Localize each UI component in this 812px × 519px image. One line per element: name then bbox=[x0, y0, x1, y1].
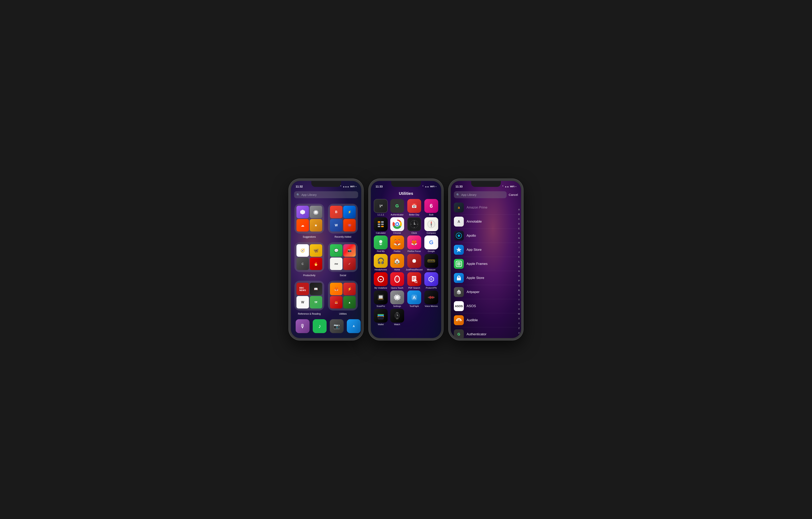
app-watch[interactable]: Watch bbox=[389, 309, 405, 326]
search-input-area[interactable]: 🔍 App Library bbox=[454, 191, 506, 198]
alpha-r[interactable]: R bbox=[518, 290, 520, 292]
alpha-p[interactable]: P bbox=[518, 280, 520, 282]
app-home[interactable]: 🏠 Home bbox=[389, 254, 405, 271]
app-chrome[interactable]: Chrome bbox=[389, 217, 405, 234]
safari-icon-folder: 🧭 bbox=[296, 244, 309, 257]
alpha-u[interactable]: U bbox=[518, 304, 520, 305]
wifi-icon-2: WiFi bbox=[430, 185, 435, 188]
alpha-h[interactable]: H bbox=[518, 242, 520, 244]
alpha-hash[interactable]: # bbox=[518, 332, 520, 334]
app-settings[interactable]: Settings bbox=[389, 291, 405, 307]
camera-app[interactable]: 📷 bbox=[330, 319, 344, 333]
alpha-t[interactable]: T bbox=[518, 299, 520, 301]
result-amazon[interactable]: a Amazon Prime bbox=[454, 200, 518, 215]
app-findmy[interactable]: Find My bbox=[373, 236, 388, 252]
result-artpaper[interactable]: Artpaper bbox=[454, 285, 518, 299]
alpha-g[interactable]: G bbox=[518, 237, 520, 239]
alpha-a[interactable]: A bbox=[518, 209, 520, 211]
app-1111[interactable]: 1⁴ 1.1.1.1 bbox=[373, 199, 388, 216]
folder-social[interactable]: 💬 📷 me ✓ Social bbox=[328, 242, 358, 277]
alpha-q[interactable]: Q bbox=[518, 285, 520, 287]
app-protonvpn[interactable]: ProtonVPN bbox=[424, 272, 439, 289]
podcasts-app[interactable]: 🎙 bbox=[296, 319, 310, 333]
svg-point-20 bbox=[414, 224, 415, 225]
app-google[interactable]: G Google bbox=[424, 236, 439, 252]
result-authenticator[interactable]: G Authenticator bbox=[454, 327, 518, 338]
firefox-icon: 🦊 bbox=[390, 236, 404, 249]
alpha-b[interactable]: B bbox=[518, 214, 520, 215]
app-myvodafone[interactable]: My Vodafone bbox=[373, 272, 388, 289]
battery-icon-2: ▪ bbox=[436, 185, 436, 188]
status-icons: ⌃ ▲▲▲ WiFi ▪ bbox=[340, 185, 356, 188]
testflight-app[interactable]: A bbox=[347, 319, 361, 333]
app-testflight[interactable]: A TestFlight bbox=[406, 291, 423, 307]
result-appleframes[interactable]: Apple Frames bbox=[454, 257, 518, 271]
news2-icon: 🦊 bbox=[330, 296, 343, 308]
app-betterday[interactable]: 📅 Better Day bbox=[406, 199, 423, 216]
search-bar[interactable]: 🔍 App Library bbox=[294, 191, 358, 198]
result-appstore[interactable]: App Store bbox=[454, 243, 518, 257]
folder-suggestions[interactable]: ☁ ★ Suggestions bbox=[294, 204, 325, 238]
app-headphones[interactable]: 🎧 Headphones bbox=[373, 254, 388, 271]
app-firefoxfocus[interactable]: 🦊 Firefox Focus bbox=[406, 236, 423, 252]
alpha-z[interactable]: Z bbox=[518, 327, 520, 329]
svg-rect-6 bbox=[378, 226, 380, 227]
justpress-label: JustPressRecord bbox=[406, 268, 423, 271]
alpha-w[interactable]: W bbox=[518, 313, 520, 315]
cancel-button[interactable]: Cancel bbox=[509, 193, 518, 196]
alpha-v[interactable]: V bbox=[518, 308, 520, 310]
app-voicememos[interactable]: Voice Memos bbox=[424, 291, 439, 307]
spotify-app[interactable]: ♪ bbox=[313, 319, 326, 333]
shortcuts-icon bbox=[296, 206, 309, 218]
app-pdfsearch[interactable]: PDF Search bbox=[406, 272, 423, 289]
alpha-n[interactable]: N bbox=[518, 270, 520, 272]
paper-icon: me bbox=[330, 257, 343, 270]
authenticator-icon: G bbox=[390, 199, 404, 213]
alpha-l[interactable]: L bbox=[518, 261, 520, 263]
alpha-s[interactable]: S bbox=[518, 294, 520, 296]
app-justpress[interactable]: ⏺ JustPressRecord bbox=[406, 254, 423, 271]
alpha-j[interactable]: J bbox=[518, 251, 520, 253]
app-scanpro[interactable]: ScanPro bbox=[373, 291, 388, 307]
app-wallet[interactable]: Wallet bbox=[373, 309, 388, 326]
app-authenticator[interactable]: G Authenticator bbox=[389, 199, 405, 216]
alpha-i[interactable]: I bbox=[519, 247, 519, 249]
folder-productivity[interactable]: 🧭 🦋 C 🔥 Productivit bbox=[294, 242, 325, 277]
alpha-f[interactable]: F bbox=[518, 233, 520, 235]
alpha-d[interactable]: D bbox=[518, 223, 520, 225]
alpha-c[interactable]: C bbox=[518, 218, 520, 220]
authenticator2-icon: G bbox=[454, 329, 464, 338]
app-firefox[interactable]: 🦊 Firefox bbox=[389, 236, 405, 252]
result-asos[interactable]: ASOS ASOS bbox=[454, 299, 518, 313]
app-measure[interactable]: Measure bbox=[424, 254, 439, 271]
alphabet-sidebar[interactable]: A B C D E F G H I J K L M N O P Q R S T bbox=[518, 209, 520, 334]
alpha-e[interactable]: E bbox=[518, 228, 520, 230]
folder-recently-added[interactable]: B ⚡ W 👾 Recently Adde bbox=[328, 204, 358, 238]
result-apollo[interactable]: Apollo bbox=[454, 229, 518, 243]
justpress-icon: ⏺ bbox=[407, 254, 421, 268]
folder-utilities[interactable]: 🦊 ⚡ 🦊 ▲ Utilities bbox=[328, 281, 358, 315]
app-operatouch[interactable]: Opera Touch bbox=[389, 272, 405, 289]
reeder-icon: ★ bbox=[310, 219, 322, 231]
folder-reference-label: Reference & Reading bbox=[298, 312, 321, 315]
alpha-y[interactable]: Y bbox=[518, 323, 520, 325]
alpha-x[interactable]: X bbox=[518, 318, 520, 320]
alpha-k[interactable]: K bbox=[518, 256, 520, 258]
alpha-o[interactable]: O bbox=[518, 275, 520, 277]
app-calculator[interactable]: Calculator bbox=[373, 217, 388, 234]
asos-name: ASOS bbox=[467, 304, 476, 308]
svg-point-25 bbox=[431, 224, 432, 225]
app-compass[interactable]: Compass bbox=[424, 217, 439, 234]
app-bulb[interactable]: 6 Bulb bbox=[424, 199, 439, 216]
alpha-m[interactable]: M bbox=[518, 266, 520, 268]
result-applestore[interactable]: Apple Store bbox=[454, 271, 518, 285]
folder-reference[interactable]: BBCNEWS 📖 W 🗺 Refere bbox=[294, 281, 325, 315]
pdfsearch-icon bbox=[407, 272, 421, 286]
result-annotable[interactable]: A Annotable bbox=[454, 215, 518, 229]
svg-point-35 bbox=[396, 276, 398, 282]
apollo-icon bbox=[454, 231, 464, 241]
protonvpn-icon bbox=[424, 272, 438, 286]
bottom-apps-row: 🎙 ♪ 📷 A bbox=[294, 319, 358, 333]
result-audible[interactable]: Audible bbox=[454, 313, 518, 327]
app-clock[interactable]: Clock bbox=[406, 217, 423, 234]
